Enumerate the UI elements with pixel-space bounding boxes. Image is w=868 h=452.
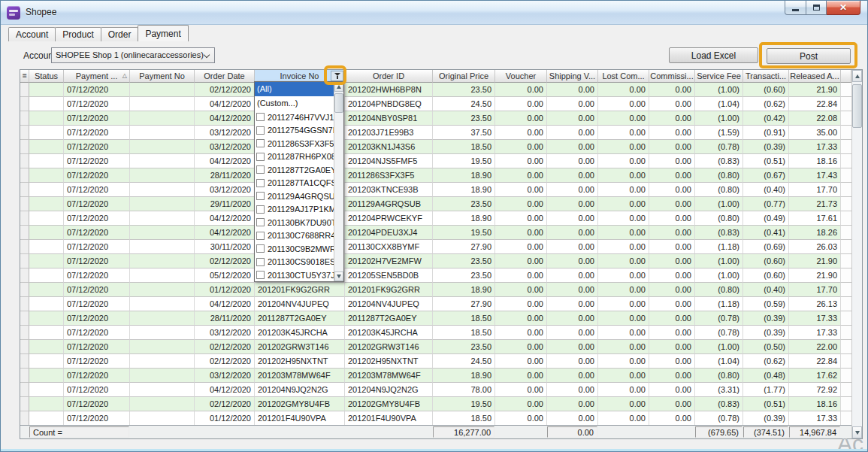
cell-lost[interactable]: 0.00 (598, 240, 649, 254)
cell-voucher[interactable]: 0.00 (495, 97, 547, 111)
row-indicator[interactable] (20, 283, 29, 297)
cell-shipping[interactable]: 0.00 (547, 297, 598, 311)
cell-released[interactable]: 18.26 (789, 226, 841, 240)
cell-service_fee[interactable]: (1.00) (695, 197, 743, 211)
cell-released[interactable]: 21.73 (789, 197, 841, 211)
cell-original_price[interactable]: 27.90 (433, 297, 495, 311)
minimize-button[interactable] (785, 1, 806, 15)
cell-original_price[interactable]: 23.50 (433, 268, 495, 283)
cell-payment_date[interactable]: 07/12/2020 (64, 183, 130, 197)
row-indicator[interactable] (20, 240, 29, 254)
grid-menu-icon[interactable]: ≣ (20, 70, 29, 83)
cell-lost[interactable]: 0.00 (598, 183, 649, 197)
cell-commission[interactable]: 0.00 (649, 411, 695, 426)
cell-service_fee[interactable]: (1.59) (695, 126, 743, 140)
cell-released[interactable]: 18.16 (789, 397, 841, 411)
cell-service_fee[interactable]: (1.00) (695, 111, 743, 126)
cell-voucher[interactable]: 0.00 (495, 240, 547, 254)
cell-order_id[interactable]: 201202GRW3T146 (345, 340, 433, 354)
cell-payment_no[interactable] (130, 268, 195, 283)
cell-order_date[interactable]: 04/12/2020 (195, 226, 255, 240)
cell-order_date[interactable]: 02/12/2020 (195, 83, 255, 97)
cell-commission[interactable]: 0.00 (649, 397, 695, 411)
cell-order_date[interactable]: 03/12/2020 (195, 326, 255, 340)
cell-released[interactable]: 35.00 (789, 126, 841, 140)
cell-payment_date[interactable]: 07/12/2020 (64, 268, 130, 283)
table-row[interactable]: 07/12/202004/12/2020201204NJS5FMF519.500… (20, 154, 862, 168)
cell-order_id[interactable]: 201202H95NXTNT (345, 354, 433, 369)
cell-voucher[interactable]: 0.00 (495, 197, 547, 211)
cell-service_fee[interactable]: (0.83) (695, 397, 743, 411)
cell-voucher[interactable]: 0.00 (495, 354, 547, 369)
cell-payment_no[interactable] (130, 211, 195, 226)
cell-original_price[interactable]: 23.50 (433, 83, 495, 97)
table-row[interactable]: 07/12/202001/12/2020201201F4U90VPA201201… (20, 411, 862, 426)
cell-voucher[interactable]: 0.00 (495, 226, 547, 240)
cell-commission[interactable]: 0.00 (649, 354, 695, 369)
checkbox-unchecked[interactable] (256, 126, 265, 135)
cell-invoice_no[interactable]: 201204NV4JUPEQ (255, 297, 345, 311)
cell-order_date[interactable]: 03/12/2020 (195, 183, 255, 197)
column-header-original_price[interactable]: Original Price (433, 70, 495, 83)
cell-payment_no[interactable] (130, 154, 195, 168)
cell-payment_no[interactable] (130, 411, 195, 426)
cell-original_price[interactable]: 78.00 (433, 383, 495, 397)
cell-order_id[interactable]: 201203J71E99B3 (345, 126, 433, 140)
cell-released[interactable]: 17.33 (789, 140, 841, 154)
row-indicator[interactable] (20, 397, 29, 411)
cell-order_id[interactable]: 201202HWH6BP8N (345, 83, 433, 97)
cell-invoice_no[interactable]: 201203K45JRCHA (255, 326, 345, 340)
cell-shipping[interactable]: 0.00 (547, 383, 598, 397)
checkbox-unchecked[interactable] (256, 139, 265, 147)
row-indicator[interactable] (20, 411, 29, 426)
cell-shipping[interactable]: 0.00 (547, 240, 598, 254)
cell-shipping[interactable]: 0.00 (547, 326, 598, 340)
scrollbar-thumb[interactable] (852, 84, 862, 128)
cell-shipping[interactable]: 0.00 (547, 226, 598, 240)
tab-product[interactable]: Product (55, 27, 101, 41)
filter-option-invoice[interactable]: 201130BK7DU90T (255, 216, 334, 229)
cell-order_date[interactable]: 04/12/2020 (195, 383, 255, 397)
column-header-payment_no[interactable]: Payment No (130, 70, 195, 83)
cell-service_fee[interactable]: (1.18) (695, 240, 743, 254)
cell-service_fee[interactable]: (1.00) (695, 254, 743, 268)
cell-lost[interactable]: 0.00 (598, 197, 649, 211)
cell-payment_date[interactable]: 07/12/2020 (64, 126, 130, 140)
checkbox-unchecked[interactable] (256, 244, 265, 253)
cell-voucher[interactable]: 0.00 (495, 369, 547, 383)
checkbox-unchecked[interactable] (256, 113, 265, 121)
cell-commission[interactable]: 0.00 (649, 297, 695, 311)
filter-option-custom[interactable]: (Custom...) (255, 96, 334, 111)
cell-transaction[interactable]: (0.40) (743, 183, 789, 197)
cell-order_date[interactable]: 03/12/2020 (195, 126, 255, 140)
cell-lost[interactable]: 0.00 (598, 140, 649, 154)
cell-lost[interactable]: 0.00 (598, 354, 649, 369)
cell-order_date[interactable]: 02/12/2020 (195, 254, 255, 268)
cell-status[interactable] (29, 183, 64, 197)
cell-transaction[interactable]: (0.67) (743, 168, 789, 183)
cell-payment_no[interactable] (130, 97, 195, 111)
cell-invoice_no[interactable]: 201202H95NXTNT (255, 354, 345, 369)
cell-original_price[interactable]: 18.90 (433, 168, 495, 183)
cell-order_date[interactable]: 01/12/2020 (195, 283, 255, 297)
cell-order_id[interactable]: 201204PRWCEKYF (345, 211, 433, 226)
checkbox-unchecked[interactable] (256, 218, 265, 226)
filter-option-invoice[interactable]: 201130C9B2MWRC (255, 242, 334, 256)
cell-status[interactable] (29, 83, 64, 97)
cell-payment_no[interactable] (130, 126, 195, 140)
cell-order_id[interactable]: 201202H7VE2MFW (345, 254, 433, 268)
cell-order_date[interactable]: 04/12/2020 (195, 97, 255, 111)
table-row[interactable]: 07/12/202005/12/2020201205SEN5BD0B23.500… (20, 268, 862, 283)
cell-shipping[interactable]: 0.00 (547, 340, 598, 354)
cell-status[interactable] (29, 168, 64, 183)
cell-commission[interactable]: 0.00 (649, 140, 695, 154)
cell-transaction[interactable]: (0.60) (743, 268, 789, 283)
cell-payment_no[interactable] (130, 183, 195, 197)
cell-transaction[interactable]: (0.49) (743, 211, 789, 226)
cell-transaction[interactable]: (0.39) (743, 411, 789, 426)
cell-order_id[interactable]: 2011286S3FX3F5 (345, 168, 433, 183)
cell-shipping[interactable]: 0.00 (547, 354, 598, 369)
cell-invoice_no[interactable]: 201204N9JQ2N2G (255, 383, 345, 397)
cell-lost[interactable]: 0.00 (598, 383, 649, 397)
cell-status[interactable] (29, 126, 64, 140)
